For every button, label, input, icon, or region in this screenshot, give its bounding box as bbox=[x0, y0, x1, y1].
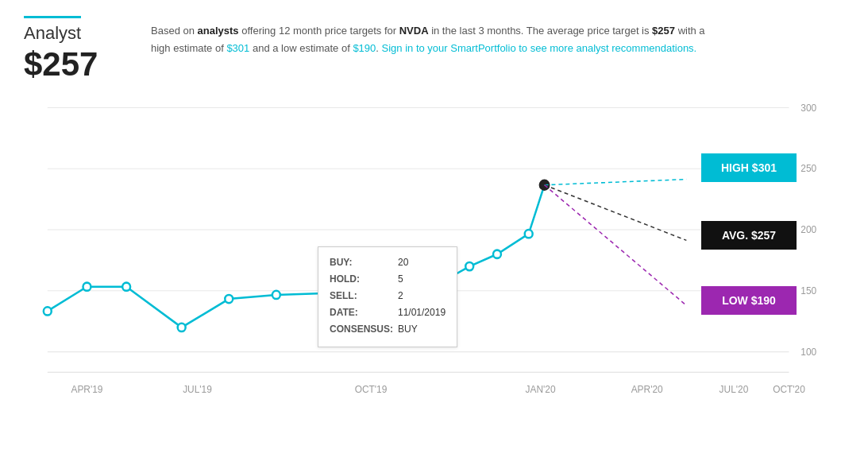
section-title: Analyst bbox=[24, 16, 81, 44]
date-value: 11/01/2019 bbox=[398, 305, 446, 320]
tooltip-row-consensus: CONSENSUS: BUY bbox=[330, 322, 446, 336]
page-container: Analyst $257 Based on analysts offering … bbox=[0, 0, 868, 465]
ticker-bold: NVDA bbox=[399, 25, 429, 37]
analysts-bold: analysts bbox=[198, 25, 239, 37]
y-label-100: 100 bbox=[800, 347, 816, 358]
left-header: Analyst $257 bbox=[24, 16, 119, 83]
dashed-line-high bbox=[545, 180, 687, 185]
x-label-jul19: JUL'19 bbox=[183, 384, 212, 395]
tooltip-row-buy: BUY: 20 bbox=[330, 255, 446, 269]
y-label-250: 250 bbox=[800, 163, 816, 174]
tooltip-row-sell: SELL: 2 bbox=[330, 289, 446, 303]
description-text: Based on analysts offering 12 month pric… bbox=[151, 22, 723, 57]
sign-in-link[interactable]: Sign in to your SmartPortfolio to see mo… bbox=[382, 42, 697, 54]
data-dot bbox=[178, 324, 186, 331]
high-price-link[interactable]: $301 bbox=[226, 42, 249, 54]
data-dot bbox=[44, 307, 52, 315]
data-dot bbox=[525, 230, 533, 238]
data-dot bbox=[83, 283, 91, 291]
y-label-300: 300 bbox=[800, 102, 816, 113]
badge-high: HIGH $301 bbox=[701, 153, 797, 182]
y-label-200: 200 bbox=[800, 224, 816, 235]
consensus-label: CONSENSUS: bbox=[330, 322, 393, 336]
low-price-link[interactable]: $190 bbox=[353, 42, 376, 54]
hold-value: 5 bbox=[398, 272, 403, 286]
x-label-oct19: OCT'19 bbox=[355, 384, 388, 395]
average-price: $257 bbox=[24, 45, 119, 83]
data-dot bbox=[122, 283, 130, 291]
dashed-line-avg bbox=[545, 185, 687, 241]
chart-area: 300 250 200 150 100 APR'19 JUL'19 OCT'19… bbox=[24, 91, 844, 433]
tooltip-row-date: DATE: 11/01/2019 bbox=[330, 305, 446, 320]
buy-value: 20 bbox=[398, 255, 408, 269]
chart-line bbox=[48, 185, 545, 327]
x-label-apr19: APR'19 bbox=[71, 384, 102, 395]
y-label-150: 150 bbox=[800, 285, 816, 296]
dashed-line-low bbox=[545, 185, 687, 306]
x-label-apr20: APR'20 bbox=[631, 384, 663, 395]
x-label-oct20: OCT'20 bbox=[773, 384, 805, 395]
data-dot bbox=[493, 250, 501, 258]
header-section: Analyst $257 Based on analysts offering … bbox=[24, 16, 844, 83]
badge-low: LOW $190 bbox=[701, 286, 797, 315]
avg-price-bold: $257 bbox=[652, 25, 675, 37]
sell-label: SELL: bbox=[330, 289, 393, 303]
buy-label: BUY: bbox=[330, 255, 393, 269]
sell-value: 2 bbox=[398, 289, 403, 303]
badge-avg: AVG. $257 bbox=[701, 221, 797, 250]
hold-label: HOLD: bbox=[330, 272, 393, 286]
consensus-value: BUY bbox=[398, 322, 418, 336]
date-label: DATE: bbox=[330, 305, 393, 320]
tooltip-box: BUY: 20 HOLD: 5 SELL: 2 DATE: 11/01/2019… bbox=[318, 246, 457, 347]
data-dot bbox=[465, 262, 473, 270]
tooltip-row-hold: HOLD: 5 bbox=[330, 272, 446, 286]
data-dot bbox=[225, 295, 233, 303]
x-label-jul20: JUL'20 bbox=[719, 384, 749, 395]
data-dot bbox=[272, 291, 280, 299]
x-label-jan20: JAN'20 bbox=[526, 384, 556, 395]
